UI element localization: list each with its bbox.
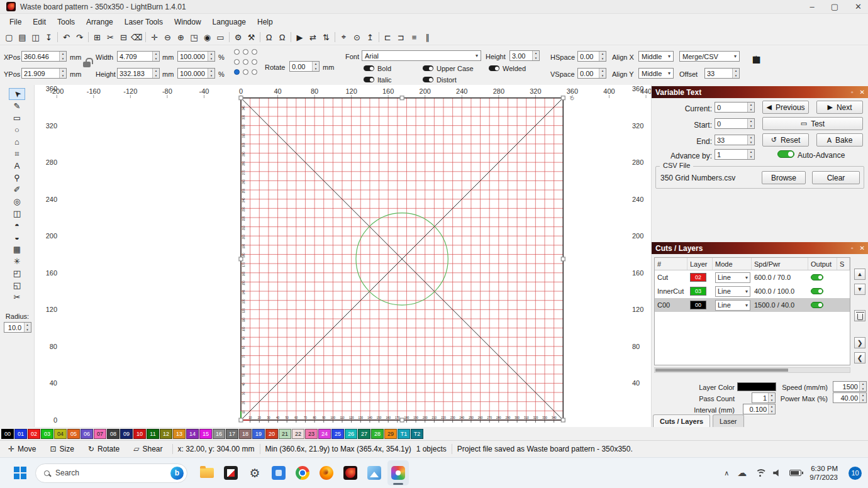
spinner-icon[interactable]: ▴▾ [532,51,539,60]
menu-tools[interactable]: Tools [52,16,81,28]
start-job-icon[interactable]: ▶ [293,31,306,43]
font-combo[interactable]: Arial▾ [362,50,481,61]
menu-file[interactable]: File [4,16,27,28]
start-field[interactable]: 0▴▾ [715,118,755,129]
palette-swatch-24[interactable]: 24 [318,429,331,439]
group-tool[interactable]: ◰ [9,267,25,279]
cut-shapes-tool[interactable]: ✂ [9,291,25,303]
origin-nine-dot-selector[interactable] [234,49,260,79]
mirror-horizontal-icon[interactable]: ⇄ [306,31,320,43]
photos-app-icon[interactable] [364,460,385,485]
laser-position-icon[interactable]: ⌖ [337,31,350,43]
spinner-icon[interactable]: ▴▾ [599,69,606,78]
palette-swatch-14[interactable]: 14 [186,429,199,439]
clear-button[interactable]: Clear [812,171,860,184]
tab-laser[interactable]: Laser [713,414,744,427]
battery-icon[interactable] [789,470,801,476]
canvas[interactable]: -200-160-120-80-400408012016020024028032… [35,85,651,427]
spinner-icon[interactable]: ▴▾ [59,52,66,61]
zoom-in-icon[interactable]: ⊕ [174,31,187,43]
palette-swatch-16[interactable]: 16 [213,429,225,439]
palette-swatch-05[interactable]: 05 [67,429,80,439]
open-file-icon[interactable]: ▤ [16,31,29,43]
output-toggle[interactable] [811,302,823,308]
file-explorer-icon[interactable] [196,460,218,485]
spinner-icon[interactable]: ▴▾ [599,52,606,61]
rotate-mode-button[interactable]: ↻Rotate [84,443,124,455]
move-to-origin-icon[interactable]: ⊙ [350,31,364,43]
interval-field[interactable]: 0.100▴▾ [743,404,776,414]
settings-app-icon[interactable]: ⚙ [244,460,265,485]
size-mode-button[interactable]: ⊡Size [45,443,78,455]
upper-case-toggle[interactable] [423,65,433,71]
palette-swatch-19[interactable]: 19 [252,429,265,439]
user-origin-icon[interactable]: Ω [262,31,275,43]
frame-selection-icon[interactable]: ◳ [187,31,201,43]
menu-arrange[interactable]: Arrange [81,16,119,28]
search-input[interactable]: Search b [35,463,187,483]
bold-toggle[interactable] [364,65,374,71]
dock-left-icon[interactable]: ⊏ [381,31,394,43]
spinner-icon[interactable]: ▴▾ [747,119,754,128]
spinner-icon[interactable]: ▴▾ [747,135,754,145]
onedrive-cloud-icon[interactable]: ☁ [737,467,747,479]
current-field[interactable]: 0▴▾ [715,102,755,113]
pass-count-field[interactable]: 1▴▾ [752,392,776,403]
rotate-field[interactable]: 0.00▴▾ [289,61,320,72]
palette-swatch-06[interactable]: 06 [81,429,93,439]
layer-color-swatch[interactable]: 00 [690,301,706,309]
copy-icon[interactable]: ⊞ [91,31,104,43]
next-button[interactable]: ▶Next [816,101,863,114]
focus-z-icon[interactable]: ↥ [364,31,377,43]
aspect-lock-icon[interactable] [83,62,91,67]
origin-dot-8[interactable] [252,69,257,75]
origin-dot-5[interactable] [252,59,257,65]
palette-swatch-22[interactable]: 22 [292,429,304,439]
zoom-out-icon[interactable]: ⊖ [161,31,174,43]
device-settings-icon[interactable]: ⚒ [245,31,258,43]
dock-window-4-icon[interactable]: ◪ [752,54,760,64]
origin-dot-0[interactable] [234,49,240,55]
cut-icon[interactable]: ✂ [104,31,117,43]
firefox-icon[interactable] [316,460,337,485]
save-file-icon[interactable]: ◫ [29,31,42,43]
offset-field[interactable]: 33▴▾ [704,68,740,79]
blue-app-icon[interactable] [268,460,289,485]
origin-dot-4[interactable] [243,59,248,65]
spinner-icon[interactable]: ▴▾ [312,62,319,71]
close-button[interactable]: ✕ [855,2,862,11]
italic-toggle[interactable] [364,77,374,82]
end-field[interactable]: 33▴▾ [715,135,755,145]
bing-icon[interactable]: b [170,467,184,480]
position-laser-tool[interactable]: ⚲ [9,172,25,184]
palette-swatch-29[interactable]: 29 [384,429,397,439]
height-percent-field[interactable]: 100.000▴▾ [177,68,215,79]
xpos-field[interactable]: 360.646▴▾ [21,51,67,62]
close-panel-icon[interactable]: ✕ [860,89,865,96]
welded-toggle[interactable] [489,65,499,71]
dark-app-icon[interactable] [220,460,242,485]
spinner-icon[interactable]: ▴▾ [768,393,775,402]
variable-text-header[interactable]: Variable Text ▫ ✕ [652,86,868,98]
spinner-icon[interactable]: ▴▾ [859,382,866,391]
palette-swatch-27[interactable]: 27 [358,429,370,439]
layer-row-cut[interactable]: Cut02Line▾600.0 / 70.0 [655,270,850,284]
select-tool[interactable]: ➤ [9,88,25,100]
new-file-icon[interactable]: ▢ [3,31,16,43]
settings-gear-icon[interactable]: ⚙ [231,31,245,43]
spinner-icon[interactable]: ▴▾ [208,69,214,78]
draw-lines-tool[interactable]: ✎ [9,100,25,112]
mode-combo[interactable]: Line▾ [715,272,750,283]
layer-delete-button[interactable] [854,310,865,321]
spinner-icon[interactable]: ▴▾ [747,150,754,159]
paste-icon[interactable]: ⊟ [117,31,130,43]
layer-color-swatch[interactable]: 02 [690,273,706,282]
origin-dot-7[interactable] [243,69,248,75]
polygon-tool[interactable]: ⌂ [9,136,25,148]
menu-edit[interactable]: Edit [27,16,52,28]
boolean-difference-tool[interactable]: ◒ [9,231,25,243]
palette-swatch-t1[interactable]: T1 [398,429,410,439]
circular-array-tool[interactable]: ✳ [9,255,25,267]
height-field[interactable]: 332.183▴▾ [117,68,160,79]
palette-swatch-03[interactable]: 03 [41,429,53,439]
